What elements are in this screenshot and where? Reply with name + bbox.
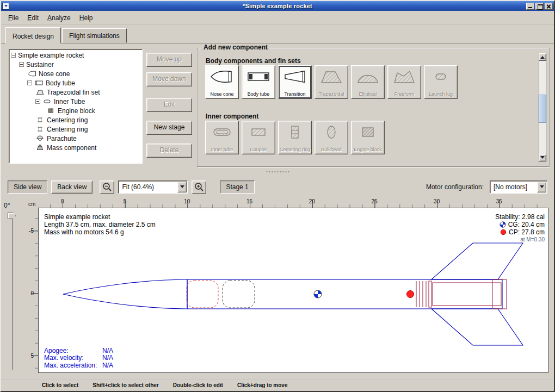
side-view-button[interactable]: Side view [8,181,47,194]
fin-set-icon [35,89,45,95]
tree-item-engine-block[interactable]: Engine block [9,106,142,115]
zoom-in-button[interactable] [192,181,206,194]
max-acceleration-label: Max. acceleration: [44,362,102,370]
collapse-icon[interactable] [19,62,24,67]
nose-cone-icon [27,71,36,77]
zoom-level-select[interactable]: Fit (60.4%) [118,181,188,194]
menu-file[interactable]: File [4,13,22,23]
tab-flight-simulations[interactable]: Flight simulations [62,28,127,43]
scrollbar-thumb[interactable] [539,95,546,123]
menu-edit[interactable]: Edit [23,13,42,23]
tree-item-centering-ring-2[interactable]: Centering ring [9,125,142,134]
tree-item-body-tube[interactable]: Body tube [9,78,142,88]
hint-click-drag: Click+drag to move [237,382,288,388]
freeform-fin-icon [392,69,417,85]
tree-item-label: Centering ring [47,125,88,133]
cg-symbol [314,290,322,298]
tree-item-sustainer[interactable]: Sustainer [9,60,142,69]
tree-item-label: Mass component [47,144,96,152]
add-body-tube-button[interactable]: Body tube [242,65,275,99]
maximize-button[interactable] [535,3,544,10]
close-button[interactable] [545,3,553,10]
add-component-group: Add new component Body components and fi… [197,48,550,167]
tree-item-parachute[interactable]: Parachute [9,134,142,143]
rocket-info-text: Simple example rocket Length 37.5 cm, ma… [44,213,156,236]
tree-item-label: Nose cone [39,70,70,78]
tab-rocket-design[interactable]: Rocket design [5,27,61,43]
rocket-mass: Mass with no motors 54.6 g [44,228,156,236]
coupler-icon [246,124,271,140]
cg-legend-icon [499,221,506,228]
rocket-design-view: 0° cm 0 5 10 15 20 25 30 35 -5 0 5 [1,198,554,379]
launch-lug-icon [428,69,453,85]
window-menu-icon[interactable] [2,3,9,10]
new-stage-button[interactable]: New stage [146,121,192,135]
menu-help[interactable]: Help [76,13,97,23]
add-launch-lug-button: Launch lug [424,65,458,99]
zoom-level-value: Fit (60.4%) [119,181,177,193]
add-freeform-fin-button: Freeform [387,65,421,99]
max-velocity-label: Max. velocity: [44,354,102,362]
tree-item-nose-cone[interactable]: Nose cone [9,69,142,78]
scroll-up-icon[interactable] [539,53,546,61]
collapse-icon[interactable] [27,80,32,85]
max-acceleration-value: N/A [102,362,113,370]
tree-item-centering-ring-1[interactable]: Centering ring [9,115,142,125]
collapse-icon[interactable] [35,99,40,104]
status-bar: Click to select Shift+click to select ot… [1,379,554,391]
rotation-slider-handle[interactable] [8,213,16,219]
tree-item-rocket[interactable]: Simple example rocket [9,51,142,60]
add-nose-cone-button[interactable]: Nose cone [205,65,239,99]
tree-item-inner-tube[interactable]: Inner Tube [9,97,142,106]
title-bar[interactable]: *Simple example rocket [1,1,554,11]
chevron-down-icon[interactable] [177,182,187,192]
tree-item-label: Centering ring [47,116,88,124]
component-panel-scrollbar[interactable] [538,53,547,162]
zoom-out-button[interactable] [100,181,114,194]
tree-item-mass-component[interactable]: Mass component [9,143,142,152]
back-view-button[interactable]: Back view [51,181,92,194]
mach-condition: at M=0.30 [495,236,545,244]
apogee-label: Apogee: [44,347,102,355]
tree-action-buttons: Move up Move down Edit New stage Delete [146,53,192,158]
edit-button: Edit [146,98,192,112]
scroll-down-icon[interactable] [539,154,546,161]
stage-1-toggle[interactable]: Stage 1 [220,181,254,194]
body-tube-icon [34,80,44,86]
hint-double-click: Double-click to edit [173,382,223,388]
add-centering-ring-button: Centering ring [278,121,312,154]
nose-cone-icon [209,69,235,85]
zoom-out-icon [102,182,113,192]
rotation-slider[interactable] [13,216,14,370]
tree-item-fin-set[interactable]: Trapezoidal fin set [9,88,142,97]
cg-value: CG: 20.4 cm [508,221,545,228]
apogee-value: N/A [102,347,113,355]
minimize-button[interactable] [526,3,534,10]
max-velocity-value: N/A [102,354,113,362]
component-tree[interactable]: Simple example rocket Sustainer Nose con… [9,49,143,164]
tab-bar: Rocket design Flight simulations [1,25,554,43]
horizontal-ruler: 0 5 10 15 20 25 30 35 [38,199,548,208]
body-tube-icon [246,69,271,85]
centering-ring-icon [35,117,45,123]
flight-data: Apogee:N/A Max. velocity:N/A Max. accele… [44,347,113,370]
mass-component-icon [35,145,45,151]
delete-button: Delete [146,144,192,158]
rocket-canvas[interactable]: Simple example rocket Length 37.5 cm, ma… [38,208,548,373]
motor-configuration-label: Motor configuration: [426,183,484,191]
splitter-handle[interactable] [1,169,554,174]
trapezoidal-fin-icon [319,69,344,85]
rocket-dimensions: Length 37.5 cm, max. diameter 2.5 cm [44,221,156,228]
collapse-icon[interactable] [11,53,16,58]
menu-analyze[interactable]: Analyze [44,13,75,23]
motor-configuration-select[interactable]: [No motors] [490,181,547,194]
view-toolbar: Side view Back view Fit (60.4%) Stage 1 … [1,177,554,197]
add-coupler-button: Coupler [242,121,275,154]
add-inner-tube-button: Inner tube [205,121,239,154]
add-transition-button[interactable]: Transition [278,65,312,99]
tree-item-label: Simple example rocket [18,51,84,59]
elliptical-fin-icon [355,69,380,85]
chevron-down-icon[interactable] [537,182,546,192]
engine-block-icon [46,108,55,114]
stability-value: Stability: 2.98 cal [495,213,545,221]
